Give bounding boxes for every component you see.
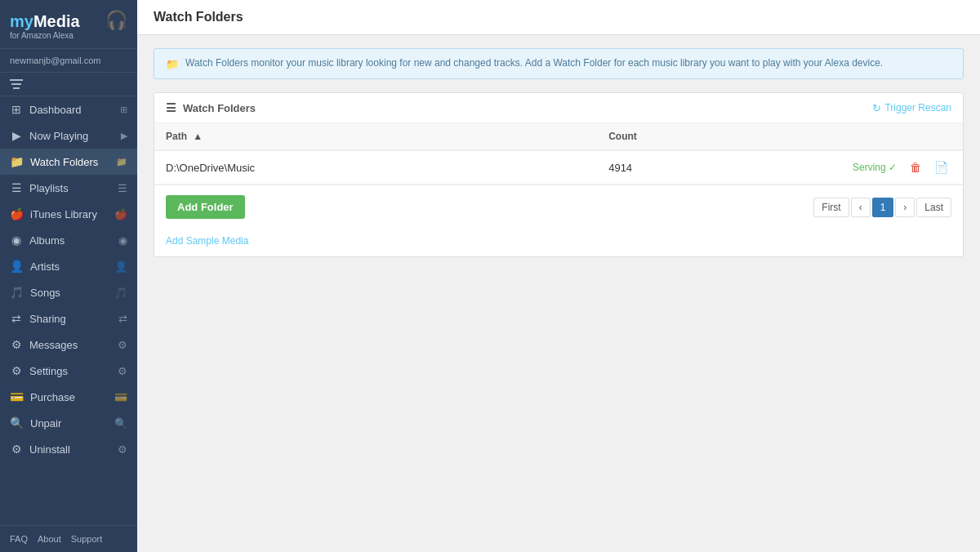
settings-icon: ⚙ [10,364,23,377]
content-area: 📁 Watch Folders monitor your music libra… [137,35,980,552]
sidebar-label-purchase: Purchase [30,391,75,403]
sidebar-item-watch-folders[interactable]: 📁 Watch Folders 📁 [0,149,137,175]
table-title-text: Watch Folders [183,102,256,114]
pagination-prev[interactable]: ‹ [851,198,871,217]
playlists-icon: ☰ [10,181,23,194]
add-folder-button[interactable]: Add Folder [166,195,245,219]
sidebar-footer: FAQ About Support [0,525,137,552]
purchase-icon: 💳 [10,390,24,403]
info-banner-text: Watch Folders monitor your music library… [185,57,883,69]
headphones-icon: 🎧 [105,10,127,31]
info-folder-button[interactable]: 📄 [931,159,951,176]
playlists-icon-right: ☰ [118,182,127,194]
col-count-label: Count [608,131,637,142]
sidebar-item-playlists[interactable]: ☰ Playlists ☰ [0,175,137,201]
sidebar-item-unpair[interactable]: 🔍 Unpair 🔍 [0,410,137,436]
logo-sub: for Amazon Alexa [10,31,80,40]
support-link[interactable]: Support [71,534,103,544]
unpair-icon-right: 🔍 [114,417,127,430]
sidebar-item-purchase[interactable]: 💳 Purchase 💳 [0,384,137,410]
bottom-bar: Add Folder First ‹ 1 › Last [154,185,963,229]
logo-media: Media [33,12,80,30]
play-icon: ▶ [10,129,23,142]
sidebar-item-messages[interactable]: ⚙ Messages ⚙ [0,332,137,358]
filter-icon [10,79,23,89]
col-path-label: Path [166,131,187,142]
sidebar-item-albums[interactable]: ◉ Albums ◉ [0,227,137,253]
sidebar-item-artists[interactable]: 👤 Artists 👤 [0,253,137,279]
sidebar-filter[interactable] [0,73,137,96]
trigger-rescan-button[interactable]: ↻ Trigger Rescan [872,102,951,114]
col-count-header: Count [597,123,800,150]
sidebar-item-itunes[interactable]: 🍎 iTunes Library 🍎 [0,201,137,227]
unpair-icon: 🔍 [10,416,24,430]
folder-count: 4914 [597,150,800,185]
sidebar-label-settings: Settings [29,365,68,377]
sidebar-label-now-playing: Now Playing [29,130,88,142]
sharing-icon: ⇄ [10,312,23,325]
now-playing-icon-right: ▶ [121,131,127,141]
folders-table: Path ▲ Count D:\OneDrive\Music 4914 [154,123,963,185]
faq-link[interactable]: FAQ [10,534,28,544]
sidebar-label-sharing: Sharing [29,313,66,325]
logo-area: myMedia for Amazon Alexa 🎧 [0,0,137,49]
user-email: newmanjb@gmail.com [0,49,137,73]
pagination-current[interactable]: 1 [872,198,894,217]
rescan-label: Trigger Rescan [884,102,951,114]
table-row: D:\OneDrive\Music 4914 Serving ✓ 🗑 📄 [154,150,963,185]
add-sample-media-link[interactable]: Add Sample Media [154,235,963,256]
about-link[interactable]: About [38,534,61,544]
serving-label: Serving ✓ [853,162,897,173]
logo-my: my [10,12,33,30]
serving-status: Serving ✓ [853,162,897,173]
sidebar-label-unpair: Unpair [30,417,61,430]
songs-icon-right: 🎵 [114,287,127,299]
settings-icon-right: ⚙ [118,365,127,377]
watch-folders-icon-right: 📁 [116,157,127,167]
row-actions: 🗑 📄 [906,159,951,176]
sort-asc-icon: ▲ [193,131,203,142]
sidebar-label-dashboard: Dashboard [29,104,82,116]
itunes-icon-right: 🍎 [114,208,127,220]
col-actions-header [800,123,963,150]
svg-rect-2 [13,87,20,89]
sidebar-label-songs: Songs [30,287,60,299]
uninstall-icon: ⚙ [10,443,23,456]
albums-icon: ◉ [10,234,23,247]
folder-icon: 📁 [10,155,24,168]
messages-icon-right: ⚙ [118,339,127,351]
dashboard-icon: ⊞ [10,103,23,116]
sidebar-item-dashboard[interactable]: ⊞ Dashboard ⊞ [0,96,137,122]
watch-folders-table-card: ☰ Watch Folders ↻ Trigger Rescan Path ▲ [154,92,964,257]
sidebar-item-songs[interactable]: 🎵 Songs 🎵 [0,279,137,305]
info-folder-icon: 📁 [166,58,179,70]
table-title-icon: ☰ [166,101,176,114]
col-path-header[interactable]: Path ▲ [154,123,597,150]
info-banner: 📁 Watch Folders monitor your music libra… [154,48,964,79]
delete-folder-button[interactable]: 🗑 [906,159,924,176]
sidebar-item-now-playing[interactable]: ▶ Now Playing ▶ [0,122,137,149]
sidebar-item-settings[interactable]: ⚙ Settings ⚙ [0,358,137,384]
sidebar-label-playlists: Playlists [29,182,69,194]
uninstall-icon-right: ⚙ [118,443,127,456]
table-header-row: Path ▲ Count [154,123,963,150]
pagination-next[interactable]: › [895,198,915,217]
songs-icon: 🎵 [10,286,24,299]
pagination-last[interactable]: Last [916,198,951,217]
pagination-first[interactable]: First [813,198,849,217]
pagination: First ‹ 1 › Last [813,198,951,217]
svg-rect-0 [10,79,23,81]
sidebar-label-artists: Artists [30,260,60,273]
sidebar-label-messages: Messages [29,339,78,351]
artists-icon-right: 👤 [114,260,127,273]
sidebar-item-uninstall[interactable]: ⚙ Uninstall ⚙ [0,436,137,462]
sidebar-label-albums: Albums [29,234,65,247]
nav-items: ⊞ Dashboard ⊞ ▶ Now Playing ▶ 📁 Watch Fo… [0,96,137,525]
sharing-icon-right: ⇄ [118,313,127,325]
sidebar: myMedia for Amazon Alexa 🎧 newmanjb@gmai… [0,0,137,552]
svg-rect-1 [11,83,21,85]
sidebar-item-sharing[interactable]: ⇄ Sharing ⇄ [0,305,137,332]
app-name: myMedia [10,13,80,29]
sidebar-label-itunes: iTunes Library [30,208,97,220]
artists-icon: 👤 [10,260,24,273]
